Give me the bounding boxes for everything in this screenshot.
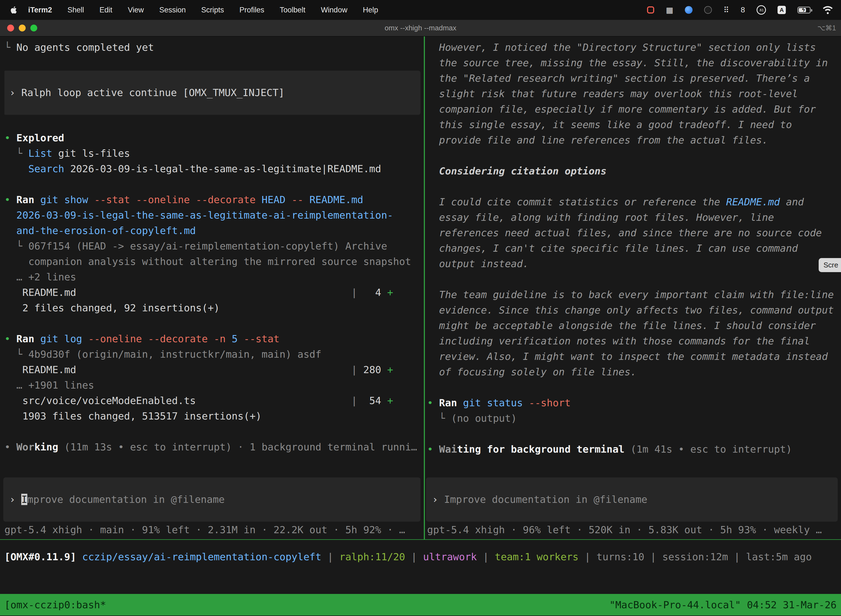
menu-window[interactable]: Window — [321, 6, 347, 14]
text-segment: Ran — [16, 333, 34, 345]
omx-status-line: [OMX#0.11.9] cczip/essay/ai-reimplementa… — [0, 540, 841, 594]
text-cursor: I — [21, 494, 27, 505]
text-segment: the "Related research writing" section i… — [427, 73, 810, 84]
gauge-icon[interactable]: .61 — [757, 5, 766, 15]
terminal-line: review. Also, I might want to inspect th… — [427, 349, 841, 364]
text-segment: The team guideline is to back every impo… — [427, 289, 834, 300]
terminal-line: src/voice/voiceModeEnabled.ts | 54 + — [4, 393, 424, 408]
menu-toolbelt[interactable]: Toolbelt — [280, 6, 305, 14]
text-segment: └ 067f154 (HEAD -> essay/ai-reimplementa… — [4, 241, 387, 252]
menu-profiles[interactable]: Profiles — [239, 6, 264, 14]
terminal-line: • Ran git log --oneline --decorate -n 5 … — [4, 331, 424, 347]
blank-line — [4, 55, 424, 70]
menu-shell[interactable]: Shell — [67, 6, 84, 14]
text-segment: README.md — [4, 364, 351, 375]
menu-session[interactable]: Session — [159, 6, 186, 14]
terminal-line: 2026-03-09-is-legal-the-same-as-legitima… — [4, 208, 424, 223]
menu-help[interactable]: Help — [363, 6, 378, 14]
menu-iterm2[interactable]: iTerm2 — [28, 6, 52, 14]
text-segment: 54 — [357, 395, 387, 406]
input-text: mprove documentation in @filename — [27, 494, 224, 505]
text-segment: | — [351, 395, 357, 406]
blank-line — [427, 380, 841, 395]
terminal-line: companion analysis without altering the … — [4, 254, 424, 269]
text-segment: team:1 workers — [495, 551, 578, 562]
text-segment: review. Also, I might want to inspect th… — [427, 351, 828, 362]
menu-edit[interactable]: Edit — [100, 6, 113, 14]
text-segment: | — [644, 551, 662, 562]
zoom-window-button[interactable] — [30, 25, 37, 31]
tmux-panes: └ No agents completed yet› Ralph loop ac… — [0, 37, 841, 540]
close-window-button[interactable] — [7, 25, 14, 31]
prompt-input-right[interactable]: › Improve documentation in @filename — [426, 477, 838, 522]
text-segment: ting for background terminal — [457, 443, 624, 455]
text-segment: • — [4, 333, 16, 345]
text-segment: No agents completed yet — [16, 42, 154, 53]
text-segment: 280 — [357, 364, 387, 375]
blue-app-icon[interactable] — [685, 6, 693, 14]
text-segment: └ — [4, 148, 28, 159]
text-segment: this single essay, it seems like a good … — [427, 119, 792, 130]
text-segment: 1903 files changed, 513517 insertions(+) — [4, 411, 262, 422]
right-pane-output: However, I noticed the "Directory Struct… — [427, 40, 841, 477]
text-segment: However, I noticed the "Directory Struct… — [427, 42, 816, 53]
prompt-input-left[interactable]: › Improve documentation in @filename — [3, 477, 420, 522]
wifi-icon[interactable] — [822, 6, 833, 14]
text-segment: … +1901 lines — [4, 380, 94, 391]
tmux-status-bar: [omx-cczip0:bash* "MacBook-Pro-44.local"… — [0, 594, 841, 616]
menu-view[interactable]: View — [128, 6, 144, 14]
blank-line — [4, 115, 424, 130]
blank-line — [4, 316, 424, 331]
text-segment: • — [4, 441, 16, 453]
text-segment: ultrawork — [423, 551, 477, 562]
grid-app-icon[interactable]: ▦ — [666, 6, 673, 15]
terminal-line: Search 2026-03-09-is-legal-the-same-as-l… — [4, 161, 424, 177]
battery-icon[interactable]: ϟ — [797, 7, 811, 13]
figure-eight-app-icon[interactable]: 8 — [741, 6, 745, 14]
apple-icon[interactable] — [10, 5, 19, 15]
text-segment: --short — [523, 397, 571, 408]
terminal-line: changes, I can't cite specific file line… — [427, 241, 841, 256]
terminal-line: the source tree, missing the essay. Stil… — [427, 55, 841, 70]
input-source-icon[interactable]: A — [778, 6, 786, 14]
text-segment: ralph:11/20 — [339, 551, 405, 562]
text-segment — [457, 397, 463, 408]
dark-app-icon[interactable] — [704, 6, 712, 14]
text-segment: | — [579, 551, 596, 562]
text-segment: Ran — [16, 194, 34, 205]
text-segment: • — [4, 194, 16, 205]
text-segment: | — [405, 551, 423, 562]
prompt-chevron: › — [432, 494, 444, 505]
text-segment: | — [351, 364, 357, 375]
blank-line — [427, 271, 841, 287]
terminal-line: 1903 files changed, 513517 insertions(+) — [4, 408, 424, 424]
blank-line — [427, 148, 841, 163]
terminal-line: might be acceptable alongside the file l… — [427, 318, 841, 333]
dots-grid-icon[interactable]: ⠿ — [724, 6, 729, 15]
terminal-line: output instead. — [427, 256, 841, 271]
text-segment: 2026-03-09-is-legal-the-same-as-legitima… — [4, 210, 393, 221]
text-segment: + — [387, 287, 393, 298]
text-segment: session:12m — [662, 551, 728, 562]
minimize-window-button[interactable] — [19, 25, 26, 31]
text-segment: • — [4, 132, 16, 144]
screen-edge-tooltip[interactable]: Scre — [819, 258, 841, 272]
prompt-chevron: › — [9, 494, 21, 505]
window-title: omx --xhigh --madmax — [0, 24, 841, 32]
text-segment: List — [28, 148, 53, 159]
text-segment: › — [9, 87, 21, 98]
terminal-line: └ 4b9d30f (origin/main, instructkr/main,… — [4, 347, 424, 362]
text-segment: Considering citation options — [427, 165, 607, 177]
terminal-line: including verification notes with those … — [427, 333, 841, 349]
text-segment: └ (no output) — [427, 413, 517, 424]
text-segment: including verification notes with those … — [427, 335, 810, 347]
text-segment: --stat --oneline --decorate — [88, 194, 255, 205]
blank-line — [427, 179, 841, 194]
screen-recording-indicator-icon[interactable] — [647, 6, 654, 13]
terminal-line: evidence. Since this change only affects… — [427, 302, 841, 318]
menu-scripts[interactable]: Scripts — [201, 6, 224, 14]
text-segment: and-the-erosion-of-copyleft.md — [4, 225, 196, 236]
terminal-line: … +1901 lines — [4, 378, 424, 393]
text-segment: 4 — [357, 287, 387, 298]
blank-line — [427, 426, 841, 441]
